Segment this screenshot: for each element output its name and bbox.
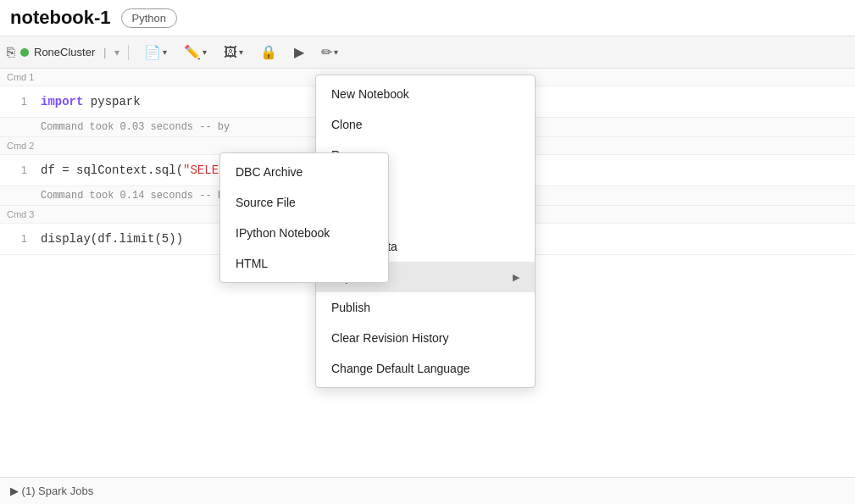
cluster-dropdown-arrow[interactable]: ▾ — [114, 47, 119, 58]
file-menu-caret: ▾ — [163, 47, 167, 57]
submenu-item-dbc[interactable]: DBC Archive — [220, 157, 388, 187]
keyword-import: import — [41, 95, 83, 108]
submenu-item-ipython[interactable]: IPython Notebook — [220, 218, 388, 248]
menu-label-publish: Publish — [331, 301, 370, 314]
submenu-label-ipython: IPython Notebook — [236, 226, 330, 240]
language-badge[interactable]: Python — [121, 8, 177, 28]
file-icon: 📄 — [144, 44, 161, 60]
menu-label-clear-revision: Clear Revision History — [331, 331, 448, 345]
cluster-name[interactable]: RoneCluster — [34, 46, 95, 58]
code-display: display(df.limit(5)) — [41, 232, 183, 246]
spark-jobs-text[interactable]: ▶ (1) Spark Jobs — [10, 485, 93, 497]
menu-label-new-notebook: New Notebook — [331, 87, 409, 101]
submenu-label-dbc: DBC Archive — [236, 165, 303, 179]
cluster-separator: | — [103, 47, 106, 58]
cell-2-line-number: 1 — [0, 155, 34, 186]
cluster-area: ⎘ RoneCluster | ▾ — [7, 45, 129, 60]
code-text: pyspark — [91, 95, 141, 108]
menu-item-change-language[interactable]: Change Default Language — [316, 353, 535, 384]
submenu-item-html[interactable]: HTML — [220, 248, 388, 279]
view-menu-button[interactable]: 🖼 ▾ — [217, 41, 250, 64]
toolbar: ⎘ RoneCluster | ▾ 📄 ▾ ✏️ ▾ 🖼 ▾ 🔒 ▶ ✏ ▾ — [0, 36, 855, 69]
submenu-label-source: Source File — [236, 196, 296, 209]
code-df: df = sqlContext.sql( — [41, 163, 183, 177]
menu-item-publish[interactable]: Publish — [316, 292, 535, 323]
header: notebook-1 Python — [0, 0, 855, 36]
bottom-bar: ▶ (1) Spark Jobs — [0, 477, 855, 504]
cell-3-line-number: 1 — [0, 224, 34, 254]
submenu-label-html: HTML — [236, 257, 268, 270]
brush-icon: ✏ — [321, 44, 332, 60]
export-submenu-arrow: ▶ — [513, 272, 519, 283]
run-button[interactable]: ▶ — [287, 40, 311, 64]
edit-menu-caret: ▾ — [203, 47, 207, 57]
cluster-status-dot — [20, 48, 29, 57]
submenu-item-source[interactable]: Source File — [220, 187, 388, 218]
edit-icon: ✏️ — [184, 44, 201, 60]
cluster-icon: ⎘ — [7, 45, 15, 60]
lock-icon: 🔒 — [260, 44, 277, 60]
file-menu-button[interactable]: 📄 ▾ — [137, 40, 174, 64]
menu-item-clone[interactable]: Clone — [316, 109, 535, 140]
menu-label-clone: Clone — [331, 118, 363, 131]
run-icon: ▶ — [294, 44, 304, 60]
code-string: "SELE — [183, 163, 219, 177]
cell-1-line-number: 1 — [0, 86, 34, 117]
output-text-1: Command took 0.03 seconds -- by — [41, 121, 230, 133]
output-text-2: Command took 0.14 seconds -- by — [41, 190, 230, 202]
menu-item-new-notebook[interactable]: New Notebook — [316, 79, 535, 109]
lock-button[interactable]: 🔒 — [253, 40, 284, 64]
menu-item-clear-revision[interactable]: Clear Revision History — [316, 323, 535, 353]
brush-menu-button[interactable]: ✏ ▾ — [314, 40, 345, 64]
notebook-title: notebook-1 — [10, 7, 111, 29]
brush-menu-caret: ▾ — [334, 47, 338, 57]
export-submenu: DBC Archive Source File IPython Notebook… — [219, 152, 389, 283]
image-icon: 🖼 — [224, 45, 237, 60]
edit-menu-button[interactable]: ✏️ ▾ — [177, 40, 214, 64]
view-menu-caret: ▾ — [239, 47, 243, 57]
menu-label-change-language: Change Default Language — [331, 362, 469, 375]
